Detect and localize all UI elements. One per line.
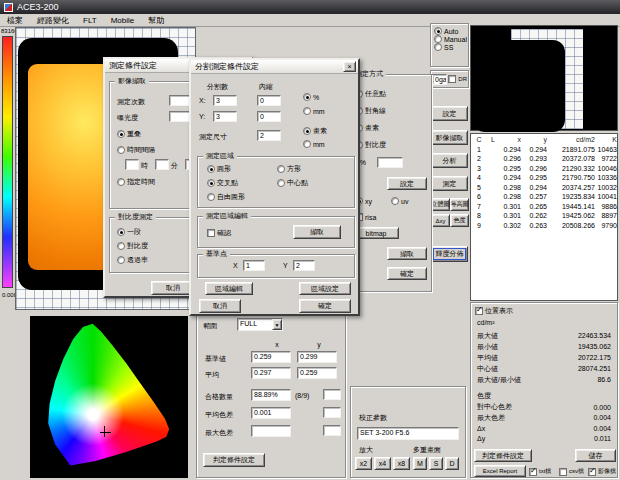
radio-ss[interactable]: SS xyxy=(434,43,468,51)
table-row[interactable]: 7 0.301 0.265 19445.141 9886 xyxy=(473,202,617,212)
free-shape-radio[interactable]: 自由圖形 xyxy=(207,192,245,202)
capture-group-title: 影像擷取 xyxy=(115,76,149,86)
delta-xy-button[interactable]: Δxy xyxy=(431,214,450,227)
zoom-button[interactable]: x8 xyxy=(393,457,410,470)
table-row[interactable]: 4 0.294 0.295 21790.750 10336 xyxy=(473,173,617,183)
range-label: 範圍 xyxy=(203,321,217,331)
circle-radio[interactable]: 圓形 xyxy=(207,164,231,174)
delta-percent-field[interactable] xyxy=(377,157,403,168)
multi-screen-button[interactable]: M xyxy=(413,457,427,470)
area-set-button[interactable]: 區域設定 xyxy=(299,282,351,295)
center-radio[interactable]: 中心點 xyxy=(277,178,308,188)
radio-auto[interactable]: Auto xyxy=(434,27,468,35)
measure-button[interactable]: 測定 xyxy=(431,176,468,191)
calibration-value-field[interactable]: SET 3-200 F5.6 xyxy=(357,427,459,440)
average-y-field[interactable]: 0.259 xyxy=(297,367,337,379)
base-x-field[interactable]: 1 xyxy=(243,260,265,271)
judge-condition-button[interactable]: 判定條件設定 xyxy=(474,449,532,462)
base-y-field[interactable]: 2 xyxy=(293,260,315,271)
multi-screen-button[interactable]: S xyxy=(429,457,443,470)
method-ok-button[interactable]: 確定 xyxy=(387,267,427,280)
method-capture-button[interactable]: 擷取 xyxy=(387,247,427,260)
chevron-down-icon[interactable]: ▼ xyxy=(272,319,282,330)
one-stage-radio[interactable]: 一段 xyxy=(117,227,141,237)
column-header[interactable]: y xyxy=(521,135,547,145)
position-display-checkbox[interactable]: 位置表示 xyxy=(475,306,513,316)
through-radio[interactable]: 透過率 xyxy=(117,255,148,265)
cie-diagram[interactable] xyxy=(30,316,188,478)
luminance-distribution-button[interactable]: 輝度分佈 xyxy=(431,246,468,262)
plot3d-button[interactable]: 立體圖 xyxy=(431,198,450,211)
overlap-radio[interactable]: 重叠 xyxy=(117,129,141,139)
x-split-field[interactable]: 3 xyxy=(213,95,237,106)
average-x-field[interactable]: 0.297 xyxy=(251,367,291,379)
split-dialog-title-bar[interactable]: 分割測定條件設定 × xyxy=(191,60,358,74)
menu-item[interactable]: 檔案 xyxy=(0,14,30,27)
excel-report-button[interactable]: Excel Report xyxy=(474,465,526,477)
menu-item[interactable]: 幫助 xyxy=(141,14,171,27)
interval-radio[interactable]: 時間間隔 xyxy=(117,145,155,155)
image-file-checkbox[interactable]: 影像檔 xyxy=(588,467,616,476)
table-row[interactable]: 1 0.294 0.294 21891.075 10463 xyxy=(473,145,617,155)
reference-y-field[interactable]: 0.299 xyxy=(297,351,337,363)
hour-field[interactable] xyxy=(125,159,139,170)
size-field[interactable]: 2 xyxy=(257,130,281,141)
column-header[interactable]: K xyxy=(595,135,617,145)
area-capture-button[interactable]: 擷取 xyxy=(293,225,341,239)
mm-radio[interactable]: mm xyxy=(303,107,325,115)
size-mm-radio[interactable]: mm xyxy=(303,140,325,148)
dr-checkbox[interactable]: DR xyxy=(448,75,467,83)
set-button[interactable]: 設定 xyxy=(431,106,468,121)
split-cancel-button[interactable]: 取消 xyxy=(199,299,241,313)
stat-value: 22463.534 xyxy=(578,332,611,339)
table-row[interactable]: 9 0.302 0.263 20508.266 9790 xyxy=(473,221,617,231)
contour-button[interactable]: 等高圖 xyxy=(450,198,469,211)
table-row[interactable]: 8 0.301 0.262 19425.062 8897 xyxy=(473,211,617,221)
method-set-button[interactable]: 設定 xyxy=(387,177,427,190)
reference-image[interactable] xyxy=(470,25,618,131)
confirm-checkbox[interactable]: 確認 xyxy=(207,228,231,238)
csv-file-checkbox[interactable]: csv檔 xyxy=(559,467,584,476)
x-inset-field[interactable]: 0 xyxy=(257,95,281,106)
txt-file-checkbox[interactable]: txt檔 xyxy=(529,467,551,476)
area-edit-button[interactable]: 區域編輯 xyxy=(205,282,253,295)
stat-row: 平均値 20722.175 xyxy=(471,352,619,363)
table-row[interactable]: 6 0.298 0.257 19235.834 10041 xyxy=(473,192,617,202)
reference-x-field[interactable]: 0.259 xyxy=(251,351,291,363)
cell-x: 0.295 xyxy=(495,164,521,174)
menu-item[interactable]: FLT xyxy=(76,15,104,26)
cross-radio[interactable]: 交叉點 xyxy=(207,178,238,188)
close-icon[interactable]: × xyxy=(343,61,356,72)
gain-field[interactable]: 0gain xyxy=(432,74,447,85)
pixel-radio[interactable]: 畫素 xyxy=(303,126,327,136)
range-select[interactable]: FULL ▼ xyxy=(237,318,283,331)
menu-item[interactable]: Mobile xyxy=(104,15,142,26)
table-row[interactable]: 2 0.296 0.293 20372.078 9722 xyxy=(473,154,617,164)
save-button[interactable]: 儲存 xyxy=(575,449,616,462)
percent-radio[interactable]: % xyxy=(303,93,319,101)
column-header[interactable]: x xyxy=(495,135,521,145)
specify-time-radio[interactable]: 指定時間 xyxy=(117,177,155,187)
analyze-button[interactable]: 分析 xyxy=(431,153,468,168)
split-ok-button[interactable]: 確定 xyxy=(299,299,351,313)
column-header[interactable]: cd/m2 xyxy=(547,135,595,145)
square-radio[interactable]: 方形 xyxy=(277,164,301,174)
radio-icon xyxy=(207,193,215,201)
judge-condition-button[interactable]: 判定條件設定 xyxy=(203,453,265,467)
table-row[interactable]: 3 0.295 0.296 21290.332 10046 xyxy=(473,164,617,174)
table-row[interactable]: 5 0.298 0.294 20374.257 10032 xyxy=(473,183,617,193)
y-inset-field[interactable]: 0 xyxy=(257,111,281,122)
image-capture-button[interactable]: 影像擷取 xyxy=(431,130,468,145)
zoom-button[interactable]: x4 xyxy=(374,457,391,470)
minute-field[interactable] xyxy=(155,159,169,170)
chroma-button[interactable]: 色度 xyxy=(450,214,469,227)
column-header[interactable]: L xyxy=(485,135,495,145)
column-header[interactable]: C xyxy=(473,135,485,145)
menu-item[interactable]: 經路變化 xyxy=(30,14,76,27)
radio-manual[interactable]: Manual xyxy=(434,35,468,43)
uv-radio[interactable]: uv xyxy=(391,197,408,205)
contrast-radio[interactable]: 對比度 xyxy=(117,241,148,251)
y-split-field[interactable]: 3 xyxy=(213,111,237,122)
zoom-button[interactable]: x2 xyxy=(355,457,372,470)
multi-screen-button[interactable]: D xyxy=(445,457,459,470)
